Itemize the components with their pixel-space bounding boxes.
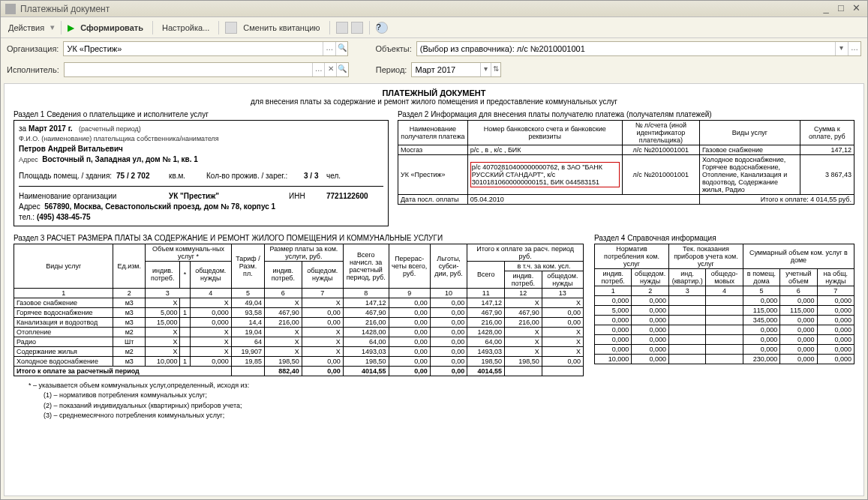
s2-col3: Виды услуг: [699, 121, 800, 145]
close-button[interactable]: ✕: [849, 3, 863, 15]
s1-area-label: Площадь помещ. / здания:: [19, 171, 116, 181]
s1-orgname-label: Наименование организации: [19, 191, 169, 202]
org-search-button[interactable]: 🔍: [335, 42, 347, 55]
s1-addr: Восточный п, Западная ул, дом № 1, кв. 1: [42, 155, 197, 163]
note-1: (1) – нормативов потребления коммунальны…: [29, 391, 854, 401]
objects-label: Объекты:: [375, 44, 411, 53]
s2-total: Итого к оплате: 4 014,55 руб.: [699, 195, 854, 205]
s1-period: Март 2017 г.: [29, 124, 73, 133]
org-dots-button[interactable]: …: [323, 42, 335, 55]
s2-row-1: УК «Престиж» р/с 40702810400000000762, в…: [398, 155, 854, 195]
app-window: Платежный документ _ □ ✕ Действия▾ ▶ Сфо…: [0, 0, 868, 500]
s1-people: 3 / 3: [304, 171, 326, 181]
tool-icon-1[interactable]: [336, 22, 348, 34]
s1-orgname: УК "Престиж": [169, 191, 289, 202]
s1-tel-label: тел.:: [19, 213, 35, 221]
document-content: ПЛАТЕЖНЫЙ ДОКУМЕНТ для внесения платы за…: [4, 83, 864, 496]
app-icon: [5, 4, 16, 14]
note-intro: * – указывается объем коммунальных услуг…: [29, 381, 854, 391]
s2-lastpay-label: Дата посл. оплаты: [398, 195, 468, 205]
section4-table: Норматив потребления ком. услугТек. пока…: [594, 244, 854, 364]
s1-area: 75 / 2 702: [116, 171, 169, 181]
help-icon[interactable]: ?: [376, 22, 388, 34]
s2-col0: Наименование получателя платежа: [398, 121, 468, 145]
section4-header: Раздел 4 Справочная информация: [594, 234, 854, 242]
exec-clear-button[interactable]: ✕: [324, 63, 336, 76]
s1-people-label: Кол-во прожив. / зарег.:: [206, 171, 304, 181]
objects-dropdown-button[interactable]: ▾: [835, 42, 848, 55]
minimize-button[interactable]: _: [819, 3, 833, 15]
toolbar: Действия▾ ▶ Сформировать Настройка... См…: [1, 17, 867, 38]
s2-col2: № л/счета (иной идентификатор плательщик…: [622, 121, 699, 145]
actions-menu[interactable]: Действия: [5, 22, 47, 34]
note-3: (3) – среднемесячного потребления коммун…: [29, 411, 854, 421]
s1-area-unit: кв.м.: [169, 171, 206, 181]
section1-header: Раздел 1 Сведения о плательщике и исполн…: [14, 110, 389, 118]
s1-period-note: (расчетный период): [79, 125, 141, 133]
s2-col4: Сумма к оплате, руб: [800, 121, 854, 145]
objects-input[interactable]: [417, 42, 835, 55]
note-2: (2) – показаний индивидуальных (квартирн…: [29, 401, 854, 412]
s1-tel: (495) 438-45-75: [37, 213, 91, 221]
s1-inn: 7721122600: [326, 191, 368, 202]
window-title: Платежный документ: [20, 4, 818, 14]
exec-search-button[interactable]: 🔍: [336, 63, 348, 76]
exec-input-wrap: … ✕ 🔍: [64, 62, 349, 77]
form-row-2: Исполнитель: … ✕ 🔍 Период: ▾ ⇅: [1, 59, 867, 80]
s1-orgaddr: 567890, Москва, Севастопольский проезд, …: [44, 202, 275, 211]
section3-header: Раздел 3 РАСЧЕТ РАЗМЕРА ПЛАТЫ ЗА СОДЕРЖА…: [14, 234, 584, 242]
exec-input[interactable]: [65, 63, 313, 76]
s1-period-prefix: за: [19, 124, 26, 133]
period-input[interactable]: [412, 63, 480, 76]
org-input-wrap: … 🔍: [63, 41, 348, 56]
change-receipt-button[interactable]: Сменить квитанцию: [240, 22, 323, 34]
s1-fio: Петров Андрей Витальевич: [19, 144, 383, 154]
section2-table: Наименование получателя платежа Номер ба…: [398, 120, 854, 205]
s1-people-unit: чел.: [326, 171, 341, 181]
s1-fio-label: Ф.И.О. (наименование) плательщика собств…: [19, 134, 383, 144]
s1-inn-label: ИНН: [289, 191, 326, 202]
period-dropdown-button[interactable]: ▾: [480, 63, 491, 76]
period-label: Период:: [376, 65, 407, 74]
doc-title: ПЛАТЕЖНЫЙ ДОКУМЕНТ: [14, 88, 854, 97]
period-input-wrap: ▾ ⇅: [411, 62, 501, 77]
play-icon: ▶: [68, 22, 74, 33]
section2-header: Раздел 2 Информация для внесения платы п…: [398, 110, 854, 118]
bank-details-highlight: р/с 40702810400000000762, в ЗАО "БАНК РУ…: [470, 162, 620, 187]
org-input[interactable]: [64, 42, 323, 55]
s2-col1: Номер банковского счета и банковские рек…: [467, 121, 622, 145]
section3-table: Виды услугЕд.изм.Объем коммуналь-ных усл…: [14, 244, 584, 376]
titlebar: Платежный документ _ □ ✕: [1, 1, 867, 17]
objects-input-wrap: ▾ …: [416, 41, 861, 56]
form-button[interactable]: Сформировать: [77, 22, 146, 34]
exec-label: Исполнитель:: [7, 65, 59, 74]
settings-button[interactable]: Настройка...: [159, 22, 212, 34]
receipt-icon[interactable]: [225, 22, 237, 34]
tool-icon-2[interactable]: [351, 22, 363, 34]
period-stepper-button[interactable]: ⇅: [491, 63, 501, 76]
s2-lastpay: 05.04.2010: [467, 195, 699, 205]
section1-box: за Март 2017 г. (расчетный период) Ф.И.О…: [14, 120, 389, 226]
exec-dots-button[interactable]: …: [312, 63, 324, 76]
footer-notes: * – указывается объем коммунальных услуг…: [14, 381, 854, 421]
maximize-button[interactable]: □: [834, 3, 848, 15]
form-row-1: Организация: … 🔍 Объекты: ▾ …: [1, 38, 867, 59]
objects-dots-button[interactable]: …: [848, 42, 860, 55]
s1-orgaddr-label: Адрес: [19, 202, 41, 211]
s2-row-0: Мосгаз р/с , в , к/с , БИК л/с №20100010…: [398, 145, 854, 155]
doc-subtitle: для внесения платы за содержание и ремон…: [14, 97, 854, 106]
s1-addr-label: Адрес: [19, 156, 38, 163]
org-label: Организация:: [7, 44, 59, 53]
